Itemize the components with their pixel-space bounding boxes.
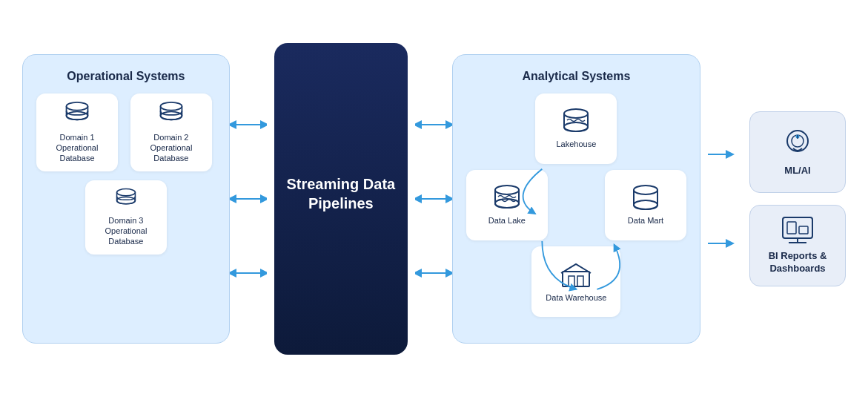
domain1-db-card: Domain 1 Operational Database [36, 93, 118, 171]
arrow-to-mlai [706, 146, 736, 163]
svg-rect-27 [787, 222, 796, 234]
svg-point-3 [160, 111, 182, 119]
data-lake-icon [491, 184, 523, 211]
arrow-5 [415, 191, 452, 207]
svg-point-1 [67, 111, 88, 119]
arrow-4 [415, 117, 452, 133]
bi-reports-label: BI Reports &Dashboards [769, 250, 827, 275]
svg-point-0 [67, 102, 88, 110]
analytical-systems-panel: Analytical Systems Lakehouse [452, 54, 700, 344]
svg-point-12 [564, 109, 588, 118]
data-mart-icon [629, 184, 662, 211]
svg-point-4 [116, 188, 135, 195]
data-warehouse-label: Data Warehouse [546, 292, 606, 303]
svg-point-14 [495, 186, 519, 194]
streaming-panel: Streaming Data Pipelines [274, 43, 408, 355]
arrow-3 [230, 265, 267, 281]
domain3-db-card: Domain 3 Operational Database [85, 180, 167, 255]
svg-rect-28 [799, 226, 808, 234]
arrow-6 [415, 265, 452, 281]
lakehouse-label: Lakehouse [556, 139, 596, 149]
domain2-db-card: Domain 2 Operational Database [130, 93, 212, 171]
warehouse-row: Data Warehouse [466, 246, 686, 317]
operational-systems-panel: Operational Systems Domain 1 Operational… [22, 54, 230, 344]
svg-rect-18 [563, 272, 589, 286]
svg-point-5 [116, 197, 135, 203]
mid-row: Data Lake Data Mart [466, 170, 686, 240]
diagram-container: Operational Systems Domain 1 Operational… [0, 0, 868, 397]
db2-icon [155, 101, 188, 128]
output-arrows-group [706, 110, 736, 288]
ml-ai-card: ML/AI [749, 111, 846, 193]
db1-icon [61, 101, 93, 128]
operational-grid: Domain 1 Operational Database Domain 2 O… [36, 93, 216, 171]
analytical-title: Analytical Systems [522, 70, 630, 83]
lakehouse-card: Lakehouse [535, 93, 617, 164]
bi-reports-icon [781, 216, 814, 244]
arrow-to-bi [706, 235, 736, 252]
domain3-db-label: Domain 3 Operational Database [94, 215, 158, 247]
data-warehouse-icon [560, 260, 592, 288]
arrow-1 [230, 117, 267, 133]
bi-reports-card: BI Reports &Dashboards [749, 205, 846, 286]
data-mart-card: Data Mart [605, 170, 686, 240]
svg-point-13 [564, 122, 588, 131]
svg-rect-20 [577, 276, 583, 286]
data-mart-label: Data Mart [628, 215, 663, 226]
domain1-db-label: Domain 1 Operational Database [45, 132, 109, 164]
svg-point-2 [160, 102, 182, 110]
db3-icon [110, 188, 142, 211]
svg-point-16 [634, 186, 657, 194]
operational-title: Operational Systems [67, 70, 185, 83]
data-lake-label: Data Lake [488, 215, 526, 226]
data-warehouse-card: Data Warehouse [531, 246, 620, 317]
ml-ai-label: ML/AI [784, 165, 810, 177]
lakehouse-icon [560, 108, 592, 134]
svg-point-23 [787, 131, 808, 151]
left-arrows-group [230, 88, 267, 310]
output-panel: ML/AI BI Reports &Dashboards [749, 111, 846, 286]
svg-point-17 [634, 200, 657, 209]
arrow-2 [230, 191, 267, 207]
streaming-title: Streaming Data Pipelines [274, 174, 408, 213]
right-arrows-group [415, 88, 452, 310]
lakehouse-row: Lakehouse [466, 93, 686, 164]
data-lake-card: Data Lake [466, 170, 548, 240]
ml-ai-icon [781, 126, 814, 159]
domain2-db-label: Domain 2 Operational Database [139, 132, 203, 164]
svg-rect-19 [569, 276, 574, 286]
